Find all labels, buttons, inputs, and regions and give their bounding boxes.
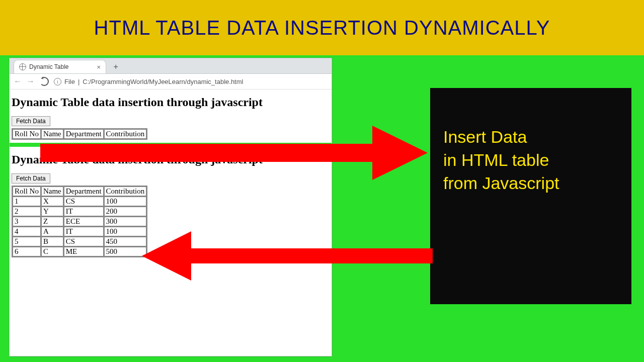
- table-header-cell: Department: [64, 187, 104, 196]
- globe-icon: [19, 63, 26, 70]
- table-header-row: Roll NoNameDepartmentContribution: [13, 129, 146, 139]
- tab-strip: Dynamic Table × +: [10, 58, 332, 74]
- browser-tab[interactable]: Dynamic Table ×: [14, 60, 106, 73]
- table-cell: ME: [64, 247, 104, 256]
- table-header-cell: Roll No: [13, 187, 41, 196]
- table-header-cell: Contribution: [104, 187, 147, 196]
- address-bar: ← → i File | C:/ProgrammingWorld/MyJeeLe…: [10, 74, 332, 89]
- table-row: 2YIT200: [13, 207, 146, 216]
- fetch-button[interactable]: Fetch Data: [12, 116, 50, 126]
- browser-window: Dynamic Table × + ← → i File | C:/Progra…: [9, 58, 332, 356]
- table-cell: 100: [104, 197, 147, 206]
- url-field[interactable]: i File | C:/ProgrammingWorld/MyJeeLearn/…: [54, 78, 328, 85]
- table-cell: B: [41, 237, 63, 246]
- table-header-cell: Contribution: [104, 129, 147, 139]
- table-row: 5BCS450: [13, 237, 146, 246]
- table-row: 1XCS100: [13, 197, 146, 206]
- panel-text: Insert Data in HTML table from Javascrip…: [443, 126, 618, 195]
- page-title: Dynamic Table data insertion through jav…: [12, 96, 330, 109]
- table-cell: 500: [104, 247, 147, 256]
- table-empty: Roll NoNameDepartmentContribution: [12, 128, 147, 140]
- table-cell: CS: [64, 237, 104, 246]
- close-icon[interactable]: ×: [97, 63, 101, 71]
- table-cell: IT: [64, 227, 104, 236]
- table-cell: A: [41, 227, 63, 236]
- pane-divider: [10, 143, 332, 147]
- banner-title: HTML TABLE DATA INSERTION DYNAMICALLY: [94, 17, 550, 39]
- table-cell: Z: [41, 217, 63, 226]
- panel-line-3: from Javascript: [443, 172, 618, 195]
- banner: HTML TABLE DATA INSERTION DYNAMICALLY: [0, 0, 644, 55]
- table-cell: IT: [64, 207, 104, 216]
- table-cell: 200: [104, 207, 147, 216]
- table-row: 3ZECE300: [13, 217, 146, 226]
- table-cell: 6: [13, 247, 41, 256]
- table-populated: Roll NoNameDepartmentContribution 1XCS10…: [12, 186, 147, 257]
- url-path: C:/ProgrammingWorld/MyJeeLearn/dynamic_t…: [83, 78, 243, 85]
- info-icon: i: [54, 78, 61, 85]
- table-cell: ECE: [64, 217, 104, 226]
- url-separator: |: [78, 78, 79, 85]
- table-header-cell: Department: [64, 129, 104, 139]
- table-header-row: Roll NoNameDepartmentContribution: [13, 187, 146, 196]
- new-tab-button[interactable]: +: [109, 60, 122, 73]
- pane-after: Dynamic Table data insertion through jav…: [10, 147, 332, 260]
- page-content: Dynamic Table data insertion through jav…: [10, 89, 332, 260]
- table-header-cell: Roll No: [13, 129, 41, 139]
- tab-title: Dynamic Table: [29, 63, 68, 70]
- table-cell: C: [41, 247, 63, 256]
- url-scheme: File: [64, 78, 75, 85]
- info-panel: Insert Data in HTML table from Javascrip…: [430, 88, 631, 304]
- back-arrow-icon[interactable]: ←: [14, 77, 22, 86]
- table-row: 4AIT100: [13, 227, 146, 236]
- table-cell: 3: [13, 217, 41, 226]
- table-cell: Y: [41, 207, 63, 216]
- table-cell: 4: [13, 227, 41, 236]
- pane-before: Dynamic Table data insertion through jav…: [10, 89, 332, 143]
- table-cell: CS: [64, 197, 104, 206]
- panel-line-2: in HTML table: [443, 149, 618, 172]
- forward-arrow-icon[interactable]: →: [27, 77, 35, 86]
- table-row: 6CME500: [13, 247, 146, 256]
- table-cell: 5: [13, 237, 41, 246]
- table-cell: X: [41, 197, 63, 206]
- table-header-cell: Name: [41, 129, 63, 139]
- table-header-cell: Name: [41, 187, 63, 196]
- panel-line-1: Insert Data: [443, 126, 618, 149]
- svg-marker-1: [372, 126, 428, 180]
- fetch-button[interactable]: Fetch Data: [12, 173, 50, 184]
- table-cell: 300: [104, 217, 147, 226]
- table-cell: 1: [13, 197, 41, 206]
- table-cell: 450: [104, 237, 147, 246]
- reload-icon[interactable]: [40, 77, 49, 86]
- page-title: Dynamic Table data insertion through jav…: [12, 153, 330, 166]
- table-cell: 100: [104, 227, 147, 236]
- table-cell: 2: [13, 207, 41, 216]
